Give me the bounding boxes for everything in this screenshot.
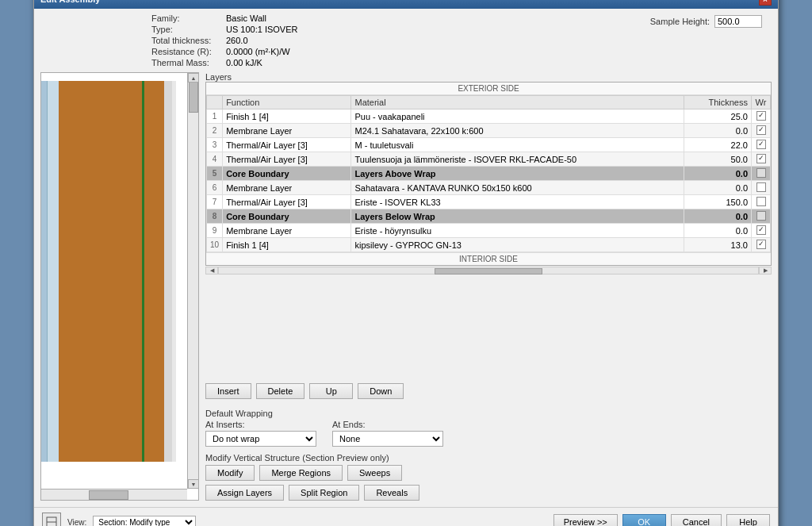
table-row-function: Core Boundary [223,209,351,224]
table-row-function: Membrane Layer [223,124,351,138]
table-row-material: Eriste - ISOVER KL33 [351,195,684,209]
table-row-thickness: 50.0 [684,152,751,167]
table-row-wrap[interactable] [752,167,771,181]
table-row-thickness: 22.0 [684,138,751,152]
family-label: Family: [151,13,223,23]
view-select[interactable]: Section: Modify type [93,516,196,527]
table-row-thickness: 0.0 [684,209,751,224]
preview-panel: ▼ ▲ [40,72,199,501]
col-function-header: Function [223,96,351,109]
family-value: Basic Wall [226,13,266,23]
modify-row-2: Assign Layers Split Region Reveals [205,485,772,501]
delete-button[interactable]: Delete [256,383,305,399]
table-row-wrap[interactable] [752,152,771,167]
layers-table-container: EXTERIOR SIDE Function Material Thicknes… [205,82,772,266]
table-row-function: Core Boundary [223,167,351,181]
at-inserts-select[interactable]: Do not wrap Exterior Interior Both [205,431,316,447]
table-row-material: Puu - vaakapaneli [351,109,684,124]
thermal-label: Thermal Mass: [151,58,223,67]
layers-table: Function Material Thickness Wr 1Finish 1… [206,95,771,252]
table-row-num: 1 [207,109,223,124]
table-row-wrap[interactable] [752,181,771,195]
type-label: Type: [151,25,223,34]
thickness-value: 260.0 [226,36,248,45]
preview-button[interactable]: Preview >> [553,514,618,526]
table-hscrollbar[interactable] [218,267,759,275]
layers-label: Layers [205,72,232,82]
modify-button[interactable]: Modify [205,465,255,481]
modify-buttons: Modify Merge Regions Sweeps Assign Layer… [205,465,772,501]
modify-row-1: Modify Merge Regions Sweeps [205,465,772,481]
floor-plan-icon[interactable] [42,513,61,526]
table-row-thickness: 0.0 [684,124,751,138]
table-row-function: Thermal/Air Layer [3] [223,195,351,209]
interior-label: INTERIOR SIDE [206,252,771,265]
col-thickness-header: Thickness [684,96,751,109]
table-row-material: Sahatavara - KANTAVA RUNKO 50x150 k600 [351,181,684,195]
table-row-function: Finish 1 [4] [223,238,351,252]
help-button[interactable]: Help [726,514,770,526]
table-row-function: Thermal/Air Layer [3] [223,138,351,152]
table-row-num: 2 [207,124,223,138]
sample-height-input[interactable] [714,15,762,28]
table-row-wrap[interactable] [752,138,771,152]
table-row-wrap[interactable] [752,195,771,209]
table-row-wrap[interactable] [752,124,771,138]
table-row-thickness: 0.0 [684,167,751,181]
assign-layers-button[interactable]: Assign Layers [205,485,284,501]
table-row-wrap[interactable] [752,109,771,124]
table-row-function: Thermal/Air Layer [3] [223,152,351,167]
preview-vscroll[interactable]: ▼ ▲ [187,73,198,489]
hscroll-right[interactable]: ▶ [759,267,772,275]
ok-button[interactable]: OK [622,514,666,526]
split-region-button[interactable]: Split Region [289,485,359,501]
down-button[interactable]: Down [358,383,404,399]
table-row-thickness: 25.0 [684,109,751,124]
wrapping-title: Default Wrapping [205,409,772,418]
hscroll-left[interactable]: ◀ [205,267,218,275]
resistance-value: 0.0000 (m²·K)/W [226,47,290,56]
at-ends-select[interactable]: None Exterior Interior Both [332,431,443,447]
table-row-wrap[interactable] [752,238,771,252]
thermal-value: 0.00 kJ/K [226,58,262,67]
thickness-label: Total thickness: [151,36,223,45]
edit-assembly-dialog: Edit Assembly × Family: Basic Wall Type:… [33,0,779,526]
dialog-title: Edit Assembly [40,0,100,4]
title-bar: Edit Assembly × [34,0,778,9]
reveals-button[interactable]: Reveals [364,485,419,501]
col-wrap-header: Wr [752,96,771,109]
up-button[interactable]: Up [309,383,353,399]
table-row-material: Tuulensuoja ja lämmöneriste - ISOVER RKL… [351,152,684,167]
close-button[interactable]: × [759,0,772,6]
table-row-wrap[interactable] [752,224,771,238]
type-value: US 100:1 ISOVER [226,25,298,34]
table-row-material: Eriste - höyrynsulku [351,224,684,238]
table-row-num: 4 [207,152,223,167]
table-row-num: 8 [207,209,223,224]
table-row-num: 7 [207,195,223,209]
sample-height-label: Sample Height: [650,17,710,26]
table-row-num: 9 [207,224,223,238]
sweeps-button[interactable]: Sweeps [347,465,402,481]
table-row-material: Layers Below Wrap [351,209,684,224]
table-row-material: kipsilevy - GYPROC GN-13 [351,238,684,252]
preview-hscroll[interactable] [41,489,187,500]
wrapping-section: Default Wrapping At Inserts: Do not wrap… [205,405,772,447]
merge-regions-button[interactable]: Merge Regions [259,465,343,481]
insert-button[interactable]: Insert [205,383,251,399]
table-row-material: M24.1 Sahatavara, 22x100 k:600 [351,124,684,138]
footer-left: View: Section: Modify type [42,513,196,526]
table-row-thickness: 13.0 [684,238,751,252]
table-row-material: M - tuuletusvali [351,138,684,152]
modify-section: Modify Vertical Structure (Section Previ… [205,453,772,501]
at-ends-label: At Ends: [332,420,443,429]
at-inserts-group: At Inserts: Do not wrap Exterior Interio… [205,420,316,447]
table-row-num: 6 [207,181,223,195]
cancel-button[interactable]: Cancel [671,514,722,526]
table-row-thickness: 0.0 [684,181,751,195]
table-row-wrap[interactable] [752,209,771,224]
at-ends-group: At Ends: None Exterior Interior Both [332,420,443,447]
table-row-material: Layers Above Wrap [351,167,684,181]
col-material-header: Material [351,96,684,109]
view-label: View: [67,518,86,527]
